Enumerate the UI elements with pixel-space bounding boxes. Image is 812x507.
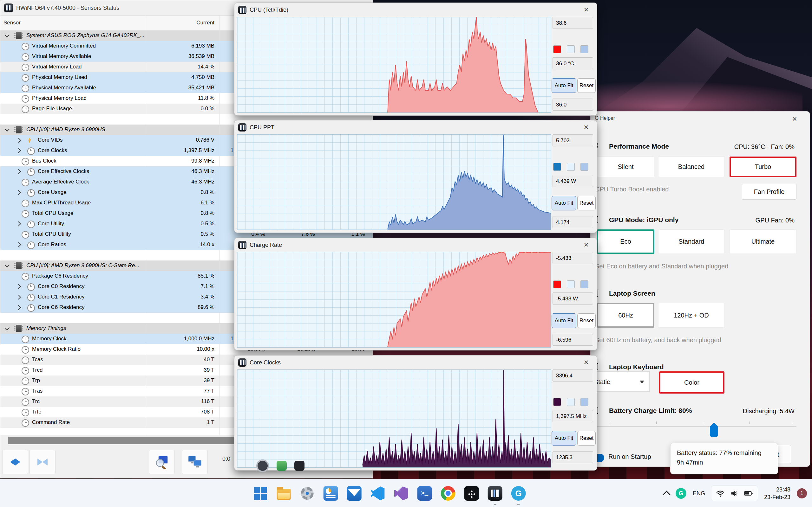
close-icon[interactable]: × (580, 357, 593, 367)
gear-icon (301, 487, 314, 500)
perf-turbo-button[interactable]: Turbo (729, 157, 797, 177)
grid-color-swatch[interactable] (580, 163, 589, 171)
grid-color-swatch[interactable] (580, 398, 589, 406)
terminal-button[interactable]: >_ (415, 484, 434, 503)
sensor-label: Max CPU/Thread Usage (32, 200, 91, 206)
background-color-swatch[interactable] (567, 163, 575, 171)
grid-color-swatch[interactable] (580, 280, 589, 288)
grammarly-tray-icon[interactable]: G (676, 488, 687, 499)
quick-settings[interactable] (711, 486, 758, 501)
expand-chevron-icon[interactable] (16, 305, 21, 310)
expand-chevron-icon[interactable] (16, 284, 21, 289)
graph-titlebar[interactable]: CPU (Tctl/Tdie) (235, 3, 597, 17)
expand-columns-button[interactable] (2, 450, 28, 474)
sensor-label: Total CPU Utility (32, 231, 71, 237)
keyboard-mode-dropdown[interactable]: Static (589, 372, 650, 392)
perf-silent-button[interactable]: Silent (597, 157, 654, 177)
chrome-button[interactable] (439, 484, 457, 503)
language-indicator[interactable]: ENG (693, 490, 705, 497)
screen-60hz-button[interactable]: 60Hz (597, 303, 654, 328)
series-color-swatch[interactable] (553, 163, 561, 171)
expand-chevron-icon[interactable] (16, 190, 21, 195)
remote-monitoring-button[interactable] (182, 450, 208, 474)
ring-icon[interactable] (256, 459, 269, 472)
tooltip-line-1: Battery status: 77% remaining (677, 448, 778, 458)
series-color-swatch[interactable] (553, 45, 561, 53)
settings-button[interactable] (298, 484, 316, 503)
green-app-icon[interactable] (276, 461, 287, 471)
graph-window-charge-rate: Charge Rate × -5.433 -5.433 W Auto Fit R… (234, 238, 597, 350)
hwinfo-taskbar-button[interactable] (486, 484, 504, 503)
close-icon[interactable]: × (580, 240, 593, 250)
fan-profile-button[interactable]: Fan Profile (742, 184, 797, 200)
perf-balanced-button[interactable]: Balanced (658, 157, 724, 177)
sensor-current-value: 6.1 % (201, 200, 214, 206)
sensor-label: Command Rate (32, 419, 70, 426)
column-divider[interactable] (145, 16, 145, 435)
graph-window-cpu-temp: CPU (Tctl/Tdie) × 38.6 36.0 °C Auto Fit … (234, 3, 597, 116)
file-explorer-button[interactable] (275, 484, 293, 503)
battery-limit-slider[interactable] (595, 426, 797, 427)
column-header-current[interactable]: Current (196, 20, 214, 26)
expand-chevron-icon[interactable] (5, 127, 10, 132)
auto-fit-button[interactable]: Auto Fit (552, 196, 576, 210)
clock[interactable]: 23:48 23-Feb-23 (764, 486, 791, 501)
show-hidden-icons-chevron[interactable] (663, 491, 670, 498)
tray-time: 23:48 (764, 486, 791, 493)
expand-chevron-icon[interactable] (16, 295, 21, 300)
screen-120hz-button[interactable]: 120Hz + OD (658, 303, 724, 328)
sensor-current-value: 14.0 x (200, 241, 214, 248)
series-color-swatch[interactable] (553, 398, 561, 406)
media-app-button[interactable] (462, 484, 481, 503)
graph-window-core-clocks: Core Clocks × 3396.4 1,397.5 MHz Auto Fi… (234, 355, 597, 470)
system-control-button[interactable] (322, 484, 340, 503)
sensor-label: Trcd (32, 367, 43, 373)
graph-titlebar[interactable]: Core Clocks (235, 355, 597, 370)
gpu-eco-button[interactable]: Eco (597, 229, 654, 254)
series-color-swatch[interactable] (553, 280, 561, 288)
screen-capture-button[interactable] (149, 450, 175, 474)
expand-chevron-icon[interactable] (16, 169, 21, 174)
expand-chevron-icon[interactable] (16, 242, 21, 247)
background-color-swatch[interactable] (567, 280, 575, 288)
reset-button[interactable]: Reset (577, 314, 596, 328)
close-icon[interactable]: × (580, 5, 593, 14)
notification-badge[interactable]: 1 (797, 488, 807, 498)
slider-thumb[interactable] (710, 423, 718, 437)
visual-studio-button[interactable] (392, 484, 410, 503)
auto-fit-button[interactable]: Auto Fit (552, 314, 576, 328)
vscode-button[interactable] (368, 484, 387, 503)
chip-icon (16, 325, 21, 332)
expand-chevron-icon[interactable] (16, 138, 21, 143)
reset-button[interactable]: Reset (577, 431, 596, 446)
start-button[interactable] (251, 484, 270, 503)
column-header-sensor[interactable]: Sensor (3, 20, 20, 26)
reset-button[interactable]: Reset (577, 196, 596, 210)
grid-color-swatch[interactable] (580, 45, 589, 53)
close-icon[interactable]: × (580, 122, 593, 132)
collapse-columns-button[interactable] (30, 450, 55, 474)
expand-chevron-icon[interactable] (5, 33, 10, 38)
sensor-current-value: 1 T (207, 419, 214, 426)
gpu-standard-button[interactable]: Standard (658, 229, 724, 254)
graph-titlebar[interactable]: Charge Rate (235, 238, 597, 252)
graph-titlebar[interactable]: CPU PPT (235, 120, 597, 134)
gpu-ultimate-button[interactable]: Ultimate (729, 229, 797, 254)
expand-chevron-icon[interactable] (16, 148, 21, 153)
auto-fit-button[interactable]: Auto Fit (552, 78, 576, 93)
ghelper-taskbar-button[interactable]: G (509, 484, 528, 503)
dark-app-icon[interactable] (294, 461, 305, 471)
graph-current-value: -5.433 W (553, 292, 593, 304)
close-icon[interactable]: × (788, 114, 801, 124)
column-divider[interactable] (219, 16, 219, 435)
reset-button[interactable]: Reset (577, 78, 596, 93)
mail-button[interactable] (345, 484, 363, 503)
sensor-label: Physical Memory Load (32, 95, 87, 101)
auto-fit-button[interactable]: Auto Fit (552, 431, 576, 446)
background-color-swatch[interactable] (567, 398, 575, 406)
expand-chevron-icon[interactable] (16, 222, 21, 227)
background-color-swatch[interactable] (567, 45, 575, 53)
keyboard-color-button[interactable]: Color (659, 372, 724, 394)
expand-chevron-icon[interactable] (5, 263, 10, 268)
expand-chevron-icon[interactable] (5, 326, 10, 331)
